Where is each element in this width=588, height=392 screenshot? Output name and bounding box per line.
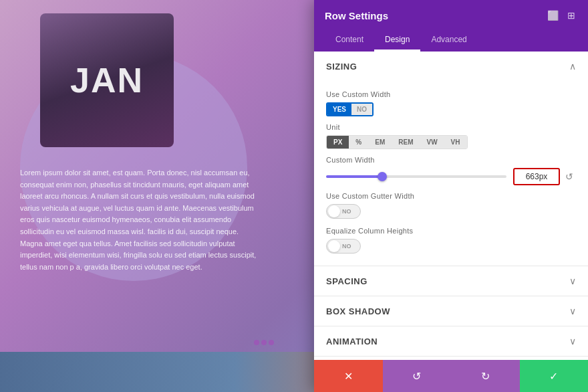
cancel-button[interactable]: ✕ <box>314 360 383 392</box>
box-shadow-section: Box Shadow ∨ <box>314 296 588 326</box>
gutter-toggle-label: NO <box>342 208 351 215</box>
row-settings-panel: Row Settings ⬜ ⊞ Content Design Advanced… <box>314 0 588 392</box>
spacing-section: Spacing ∨ <box>314 266 588 296</box>
dot-3 <box>269 340 274 345</box>
grid-icon[interactable]: ⊞ <box>565 9 577 21</box>
unit-percent-btn[interactable]: % <box>349 136 368 149</box>
cancel-icon: ✕ <box>344 370 353 383</box>
image-card: JAN <box>40 13 174 147</box>
animation-section-title: Animation <box>326 336 378 347</box>
fullscreen-icon[interactable]: ⬜ <box>547 9 559 21</box>
use-custom-width-toggle[interactable]: YES NO <box>326 102 374 116</box>
dot-2 <box>261 340 267 345</box>
sizing-section-content: Use Custom Width YES NO <box>314 81 588 266</box>
unit-vw-btn[interactable]: VW <box>420 136 444 149</box>
spacing-section-header[interactable]: Spacing ∨ <box>314 266 588 296</box>
spacing-section-title: Spacing <box>326 276 368 286</box>
panel-title-row: Row Settings ⬜ ⊞ <box>325 9 577 21</box>
custom-gutter-label: Use Custom Gutter Width <box>326 192 576 200</box>
panel-footer: ✕ ↺ ↻ ✓ <box>314 360 588 392</box>
custom-width-label: Custom Width <box>326 156 576 164</box>
redo-icon: ↻ <box>481 370 490 383</box>
custom-width-slider-row: ↺ <box>326 168 576 185</box>
animation-chevron-icon: ∨ <box>569 336 576 347</box>
unit-rem-btn[interactable]: REM <box>392 136 420 149</box>
panel-body: Sizing ∧ Use Custom Width YES NO <box>314 52 588 360</box>
custom-width-slider[interactable] <box>326 175 506 178</box>
tab-advanced[interactable]: Advanced <box>420 29 477 52</box>
bottom-dots-indicator <box>254 340 274 345</box>
undo-icon: ↺ <box>412 370 421 383</box>
sizing-section-header[interactable]: Sizing ∧ <box>314 52 588 81</box>
confirm-icon: ✓ <box>549 370 558 383</box>
confirm-button[interactable]: ✓ <box>520 360 589 392</box>
custom-width-input[interactable] <box>513 168 560 185</box>
panel-title: Row Settings <box>325 10 388 21</box>
image-card-text: JAN <box>70 60 144 100</box>
equalize-columns-toggle[interactable]: NO <box>326 239 361 254</box>
animation-section: Animation ∨ <box>314 326 588 357</box>
panel-header: Row Settings ⬜ ⊞ Content Design Advanced <box>314 0 588 52</box>
box-shadow-section-header[interactable]: Box Shadow ∨ <box>314 296 588 326</box>
equalize-columns-label: Equalize Column Heights <box>326 227 576 235</box>
custom-width-toggle-wrapper: YES NO <box>326 102 374 116</box>
dot-1 <box>254 340 259 345</box>
equalize-toggle-knob <box>328 240 340 252</box>
custom-gutter-toggle[interactable]: NO <box>326 204 361 219</box>
unit-toggle[interactable]: PX % EM REM VW VH <box>326 135 468 149</box>
sizing-section: Sizing ∧ Use Custom Width YES NO <box>314 52 588 266</box>
toggle-yes[interactable]: YES <box>327 104 351 115</box>
sizing-section-title: Sizing <box>326 62 357 72</box>
lorem-ipsum-text: Lorem ipsum dolor sit amet, est quam. Po… <box>20 167 261 273</box>
box-shadow-chevron-icon: ∨ <box>569 306 576 316</box>
panel-tabs: Content Design Advanced <box>325 29 577 52</box>
tab-design[interactable]: Design <box>374 29 420 52</box>
toggle-no[interactable]: NO <box>351 104 372 115</box>
custom-width-reset-icon[interactable]: ↺ <box>563 170 576 183</box>
unit-px-btn[interactable]: PX <box>327 136 349 149</box>
animation-section-header[interactable]: Animation ∨ <box>314 326 588 356</box>
unit-em-btn[interactable]: EM <box>368 136 392 149</box>
tab-content[interactable]: Content <box>325 29 374 52</box>
unit-label: Unit <box>326 123 576 131</box>
box-shadow-section-title: Box Shadow <box>326 306 390 316</box>
sizing-chevron-icon: ∧ <box>569 61 576 72</box>
equalize-toggle-label: NO <box>342 243 351 250</box>
custom-width-value-wrapper: ↺ <box>513 168 576 185</box>
redo-button[interactable]: ↻ <box>451 360 520 392</box>
undo-button[interactable]: ↺ <box>383 360 452 392</box>
unit-vh-btn[interactable]: VH <box>444 136 467 149</box>
use-custom-width-label: Use Custom Width <box>326 90 576 98</box>
spacing-chevron-icon: ∨ <box>569 276 576 286</box>
panel-icons: ⬜ ⊞ <box>547 9 577 21</box>
gutter-toggle-knob <box>328 205 340 217</box>
left-content-area: JAN Lorem ipsum dolor sit amet, est quam… <box>0 0 269 392</box>
